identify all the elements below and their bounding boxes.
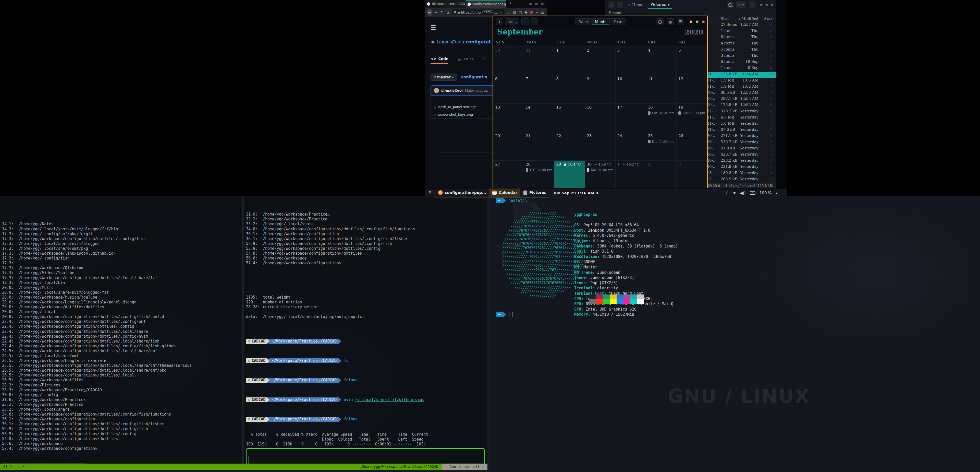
calendar-day-cell[interactable]: 4: [646, 47, 677, 75]
tmux-status-bar[interactable]: [0] 1:fish* /home/ygg/Workspace/Practice…: [0, 464, 487, 470]
calendar-event[interactable]: Kiss ...11:00 am: [648, 140, 675, 144]
star-icon[interactable]: ☆: [770, 22, 773, 26]
repo-name-link[interactable]: configurat: [466, 39, 491, 45]
calendar-day-cell[interactable]: 15: [554, 104, 585, 132]
calendar-day-cell[interactable]: 28 UTri...02:00 pm: [524, 161, 555, 189]
calendar-day-cell[interactable]: 19 LAD...03:00 pm: [676, 104, 707, 132]
chevron-up-icon[interactable]: ▴: [776, 191, 777, 195]
sidebar-item-recent[interactable]: Recent: [605, 11, 776, 16]
calendar-event[interactable]: UTri...02:00 pm: [526, 168, 552, 172]
calendar-day-cell[interactable]: 3: [616, 47, 646, 75]
calendar-day-cell[interactable]: 24: [616, 132, 646, 161]
window-controls[interactable]: [760, 3, 773, 6]
star-icon[interactable]: ☆: [770, 164, 773, 168]
shell-prompt-empty[interactable]: ~: [496, 312, 512, 317]
wifi-icon[interactable]: ▼: [733, 191, 735, 195]
commit-message[interactable]: Major update.: [465, 89, 488, 92]
bookmark-star-icon[interactable]: ☆: [500, 11, 503, 14]
star-icon[interactable]: ☆: [770, 134, 773, 137]
mini-calendar-button[interactable]: ▦: [667, 18, 674, 25]
calendar-day-cell[interactable]: 12: [676, 75, 707, 104]
menu-button[interactable]: ☰: [677, 18, 684, 25]
column-modified[interactable]: ▲ Modified: [738, 17, 759, 21]
terminal-pane-left[interactable]: 14.1:/home/ygg/Notes14.3:/home/ygg/.loca…: [0, 196, 242, 464]
view-toggle-button[interactable]: ⊞ ▾: [736, 2, 746, 8]
star-icon[interactable]: ☆: [770, 47, 773, 51]
today-button[interactable]: Today: [505, 18, 519, 25]
calendar-day-cell[interactable]: 18 Sam...02:30 pm: [646, 104, 677, 132]
taskbar-item-firefox[interactable]: configuration/pop...: [435, 188, 489, 198]
menu-icon[interactable]: ☰: [541, 10, 545, 14]
clock[interactable]: Tue Sep 29 1:16 AM: [553, 188, 598, 198]
star-icon[interactable]: ☆: [770, 29, 773, 32]
calendar-day-cell[interactable]: 7: [524, 75, 555, 104]
github-menu-icon[interactable]: ☰: [431, 24, 436, 31]
overflow-icon[interactable]: »: [535, 10, 539, 14]
next-month-button[interactable]: ›: [531, 18, 538, 25]
url-bar[interactable]: https://githu 110% … ☆: [452, 9, 505, 15]
star-icon[interactable]: ☆: [770, 91, 773, 94]
star-icon[interactable]: ☆: [770, 158, 773, 162]
search-button[interactable]: [727, 2, 733, 8]
tab-code[interactable]: <>Code: [431, 54, 449, 64]
add-event-button[interactable]: +: [496, 18, 503, 25]
taskbar-item-calendar[interactable]: Calendar: [489, 188, 520, 198]
pocket-icon[interactable]: [530, 11, 533, 14]
forward-button[interactable]: ›: [617, 2, 623, 8]
repo-owner-link[interactable]: LinuxIsCool: [437, 39, 461, 45]
star-icon[interactable]: ☆: [770, 41, 773, 45]
fzf-popup[interactable]: BlockScience/InterchainFoundationBlockSc…: [246, 448, 485, 464]
calendar-day-cell[interactable]: 13: [493, 104, 524, 132]
library-icon[interactable]: ▤: [512, 10, 516, 14]
calendar-day-cell[interactable]: 2: [646, 161, 677, 189]
do-not-disturb-icon[interactable]: ☾: [726, 191, 729, 195]
menu-button[interactable]: ☰: [749, 2, 756, 8]
star-icon[interactable]: ☆: [770, 53, 773, 57]
calendar-day-cell[interactable]: 17: [616, 104, 646, 132]
star-icon[interactable]: ☆: [770, 103, 773, 107]
url-text[interactable]: https://githu: [461, 11, 481, 14]
downloads-icon[interactable]: ⇩: [506, 10, 511, 14]
tracking-shield-icon[interactable]: [454, 11, 456, 14]
view-option[interactable]: Year: [609, 18, 626, 25]
calendar-day-cell[interactable]: 20: [493, 132, 524, 161]
browser-tab-1[interactable]: BlockScience/cadCAD-Od✕: [425, 0, 466, 8]
forward-button[interactable]: →: [434, 10, 438, 14]
view-option[interactable]: Week: [576, 18, 592, 25]
volume-icon[interactable]: ◀)): [740, 191, 746, 195]
star-icon[interactable]: ☆: [770, 59, 773, 63]
star-icon[interactable]: ☆: [770, 146, 773, 150]
star-icon[interactable]: ☆: [770, 72, 773, 76]
taskbar-item-pictures[interactable]: Pictures: [520, 188, 549, 198]
calendar-event[interactable]: LAD...03:00 pm: [678, 111, 705, 115]
new-tab-button[interactable]: +: [506, 0, 514, 8]
calendar-day-cell[interactable]: 30: [493, 47, 524, 75]
back-button[interactable]: ‹: [608, 2, 614, 8]
star-icon[interactable]: ☆: [770, 78, 773, 82]
breadcrumb-pictures[interactable]: Pictures▾: [648, 1, 672, 9]
calendar-day-cell[interactable]: 29 ●16.4 °C: [554, 161, 585, 189]
avatar[interactable]: [434, 88, 439, 93]
calendar-day-cell[interactable]: 6: [493, 75, 524, 104]
terminal-pane-middle[interactable]: 31.6:/home/ygg/Workspace/Practice△33.2:/…: [243, 196, 487, 464]
page-actions-icon[interactable]: …: [495, 11, 498, 14]
tab-issues[interactable]: ◎Issues: [458, 54, 474, 64]
calendar-day-cell[interactable]: 22: [554, 132, 585, 161]
star-icon[interactable]: ☆: [770, 152, 773, 156]
calendar-day-cell[interactable]: 5: [676, 47, 707, 75]
view-option[interactable]: Month: [592, 18, 609, 25]
calendar-day-cell[interactable]: 25 Kiss ...11:00 am: [646, 132, 677, 161]
window-controls[interactable]: [529, 0, 547, 8]
calendar-event[interactable]: Sam...02:30 pm: [648, 111, 675, 115]
column-size[interactable]: Size: [721, 17, 729, 21]
fzf-scrollbar[interactable]: [248, 456, 249, 464]
window-controls[interactable]: [690, 21, 705, 23]
home-button[interactable]: ⌂: [446, 10, 450, 14]
account-icon[interactable]: ◉: [524, 10, 528, 14]
calendar-day-cell[interactable]: 10: [616, 75, 646, 104]
command-arg-link[interactable]: ~/.local/share/fzf/github_orgs: [355, 397, 425, 402]
calendar-day-cell[interactable]: 14: [524, 104, 555, 132]
calendar-day-cell[interactable]: 23: [585, 132, 616, 161]
tmux-session-window[interactable]: [0] 1:fish*: [0, 464, 361, 470]
browser-tab-2-active[interactable]: configuration/popos-gnom✕: [466, 0, 506, 8]
